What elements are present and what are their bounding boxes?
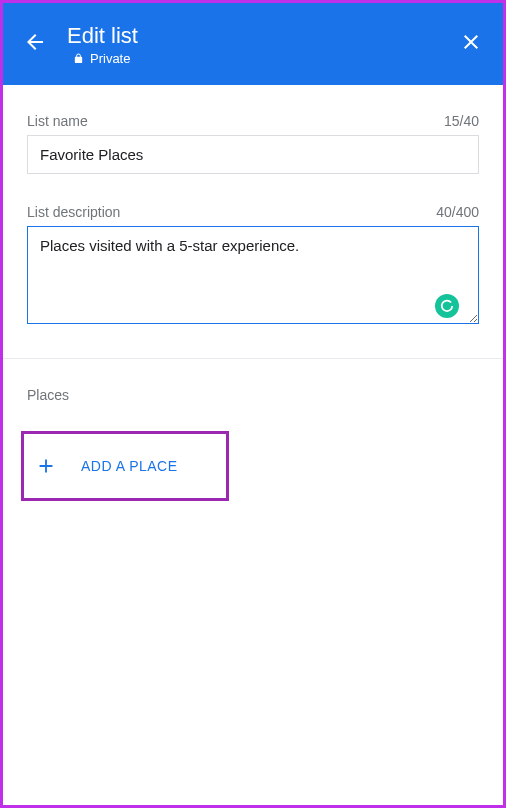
privacy-indicator: Private <box>73 51 459 66</box>
lock-icon <box>73 53 84 64</box>
annotation-highlight: ADD A PLACE <box>21 431 229 501</box>
add-place-label: ADD A PLACE <box>81 458 178 474</box>
description-wrap <box>27 226 479 328</box>
name-label: List name <box>27 113 88 129</box>
add-place-button[interactable]: ADD A PLACE <box>27 437 223 495</box>
grammarly-icon <box>440 299 454 313</box>
places-section-label: Places <box>27 387 479 403</box>
page-title: Edit list <box>67 23 459 49</box>
close-icon <box>459 30 483 54</box>
divider <box>3 358 503 359</box>
close-button[interactable] <box>459 30 483 58</box>
description-count: 40/400 <box>436 204 479 220</box>
back-button[interactable] <box>23 30 67 58</box>
plus-icon <box>35 455 57 477</box>
list-name-input[interactable] <box>27 135 479 174</box>
name-count: 15/40 <box>444 113 479 129</box>
grammarly-badge[interactable] <box>435 294 459 318</box>
arrow-left-icon <box>23 30 47 54</box>
name-field-header: List name 15/40 <box>27 113 479 129</box>
description-field-header: List description 40/400 <box>27 204 479 220</box>
header-bar: Edit list Private <box>3 3 503 85</box>
header-title-wrap: Edit list Private <box>67 23 459 66</box>
content-area: List name 15/40 List description 40/400 … <box>3 85 503 529</box>
description-label: List description <box>27 204 120 220</box>
privacy-label: Private <box>90 51 130 66</box>
list-description-input[interactable] <box>27 226 479 324</box>
